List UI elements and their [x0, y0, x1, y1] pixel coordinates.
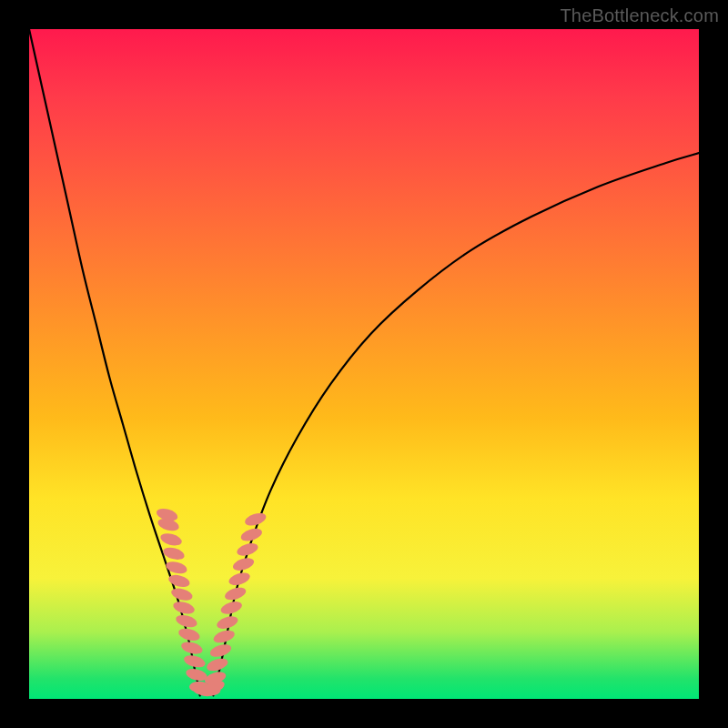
marker-bead: [172, 600, 196, 616]
chart-frame: TheBottleneck.com: [0, 0, 728, 728]
marker-bead: [212, 628, 237, 645]
marker-bead: [223, 585, 248, 602]
chart-svg: [29, 29, 699, 699]
marker-bead: [244, 511, 268, 528]
curve-layer: [29, 29, 699, 695]
marker-bead: [159, 531, 183, 548]
marker-bead: [231, 556, 256, 573]
marker-layer: [155, 507, 268, 696]
plot-area: [29, 29, 699, 699]
marker-bead: [206, 656, 230, 673]
curve-right-curve: [213, 153, 699, 695]
marker-bead: [200, 684, 220, 695]
marker-bead: [165, 560, 188, 576]
watermark-text: TheBottleneck.com: [560, 5, 719, 26]
marker-bead: [175, 613, 198, 630]
marker-bead: [228, 571, 252, 588]
marker-bead: [208, 642, 233, 660]
